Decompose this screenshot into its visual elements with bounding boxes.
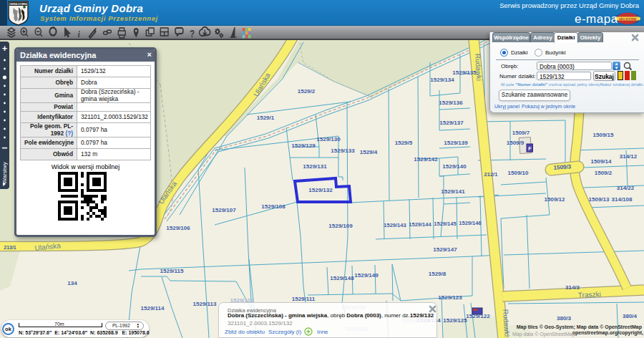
- svg-text:134: 134: [67, 280, 77, 286]
- svg-text:1509/9: 1509/9: [507, 140, 525, 146]
- svg-text:GEO-SYSTEM: GEO-SYSTEM: [619, 18, 636, 21]
- svg-text:1509/12: 1509/12: [545, 196, 565, 203]
- svg-text:1529/125: 1529/125: [443, 317, 467, 324]
- svg-text:314/3: 314/3: [565, 284, 580, 291]
- svg-text:1509/13: 1509/13: [589, 196, 610, 203]
- svg-text:314/108: 314/108: [612, 196, 633, 203]
- svg-text:1529/139: 1529/139: [444, 140, 468, 146]
- svg-text:F: F: [528, 146, 532, 151]
- svg-text:1529/4: 1529/4: [360, 149, 378, 155]
- svg-text:1529/115: 1529/115: [160, 268, 184, 274]
- svg-text:1529/129: 1529/129: [291, 143, 316, 149]
- svg-text:1529/5: 1529/5: [395, 140, 413, 146]
- svg-text:380/4: 380/4: [623, 313, 638, 319]
- svg-text:1529/134: 1529/134: [430, 77, 454, 83]
- svg-text:1529/130: 1529/130: [316, 136, 341, 143]
- svg-text:1529/140: 1529/140: [442, 163, 467, 170]
- svg-text:1529/122: 1529/122: [466, 313, 490, 319]
- svg-text:212/1: 212/1: [484, 171, 498, 178]
- svg-text:1529/108: 1529/108: [261, 203, 286, 210]
- svg-text:1509/15: 1509/15: [593, 132, 614, 138]
- svg-text:1529/8: 1529/8: [429, 271, 447, 277]
- svg-text:1529/114: 1529/114: [141, 305, 165, 312]
- svg-text:1529/1: 1529/1: [257, 115, 275, 121]
- svg-text:1529/111: 1529/111: [292, 296, 316, 302]
- svg-text:1529/145: 1529/145: [434, 221, 456, 227]
- svg-text:1529/109: 1529/109: [328, 223, 353, 229]
- svg-text:1529/137: 1529/137: [439, 120, 464, 126]
- svg-text:1529/133: 1529/133: [331, 148, 355, 154]
- svg-text:1509/2: 1509/2: [595, 170, 613, 176]
- svg-text:1529/132: 1529/132: [308, 187, 333, 193]
- svg-text:314/22: 314/22: [617, 185, 635, 191]
- svg-text:1529/141: 1529/141: [441, 188, 465, 195]
- svg-text:1509/7: 1509/7: [512, 130, 530, 136]
- svg-text:380/3: 380/3: [557, 315, 572, 322]
- svg-text:Rudawki: Rudawki: [474, 54, 483, 82]
- svg-text:1529/2: 1529/2: [298, 88, 316, 95]
- svg-text:Traszki: Traszki: [578, 290, 601, 299]
- svg-text:i: i: [78, 29, 81, 39]
- svg-text:1509/10: 1509/10: [508, 170, 529, 176]
- svg-text:1529/144: 1529/144: [409, 221, 431, 228]
- svg-text:1529/148: 1529/148: [330, 275, 354, 281]
- svg-text:213/1: 213/1: [4, 245, 16, 250]
- svg-text:1529/113: 1529/113: [193, 301, 217, 307]
- svg-text:1529/107: 1529/107: [212, 207, 236, 213]
- svg-text:1509/14: 1509/14: [591, 158, 612, 165]
- svg-text:1529/146: 1529/146: [459, 220, 481, 226]
- svg-text:1509/3: 1509/3: [553, 163, 571, 170]
- svg-text:1529/143: 1529/143: [384, 222, 406, 228]
- svg-text:?: ?: [190, 28, 195, 39]
- svg-text:1529/131: 1529/131: [303, 163, 327, 170]
- svg-text:314/12: 314/12: [620, 153, 638, 160]
- svg-text:1529/135: 1529/135: [452, 69, 477, 76]
- svg-text:1529/147: 1529/147: [433, 246, 457, 253]
- svg-text:1529/106: 1529/106: [166, 225, 190, 231]
- svg-text:1529/142: 1529/142: [414, 156, 438, 163]
- svg-text:1529/149: 1529/149: [354, 272, 379, 279]
- svg-text:1529/123: 1529/123: [438, 294, 462, 301]
- svg-text:1529/136: 1529/136: [439, 100, 463, 106]
